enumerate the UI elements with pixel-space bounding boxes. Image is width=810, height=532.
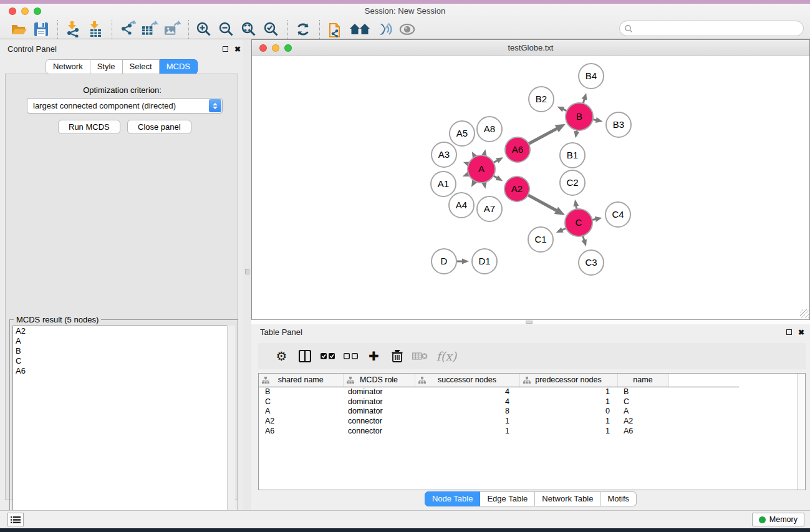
table-cell[interactable]: 1 — [519, 387, 617, 397]
table-cell[interactable]: 0 — [519, 406, 617, 416]
table-cell[interactable]: 1 — [415, 416, 519, 426]
tab-node-table[interactable]: Node Table — [425, 491, 481, 506]
table-cell[interactable]: 1 — [415, 426, 519, 436]
table-cell[interactable]: A2 — [617, 416, 668, 426]
graph-node-B4[interactable]: B4 — [579, 64, 604, 89]
splitter-grip[interactable] — [245, 269, 249, 274]
optimization-criterion-select[interactable]: largest connected component (directed) — [27, 98, 223, 114]
table-cell[interactable]: 4 — [415, 387, 519, 397]
export-network-icon[interactable] — [118, 21, 136, 38]
graph-node-A1[interactable]: A1 — [431, 172, 456, 196]
eye-icon[interactable] — [398, 21, 416, 38]
network-graph[interactable]: ABCA6A2A5A8A3A1A4A7B4B2B3B1C2C4C1C3DD1 — [252, 56, 809, 319]
float-table-panel-icon[interactable] — [786, 329, 792, 335]
table-row[interactable]: Adominator80A — [259, 406, 739, 416]
tab-style[interactable]: Style — [90, 59, 123, 74]
settings-icon[interactable]: ⚙ — [270, 347, 293, 365]
close-table-panel-icon[interactable]: ✖ — [798, 329, 804, 336]
import-table-icon[interactable] — [87, 21, 104, 38]
table-cell[interactable]: B — [259, 387, 343, 397]
graph-node-A7[interactable]: A7 — [477, 196, 502, 221]
manage-networks-icon[interactable] — [349, 21, 371, 38]
delete-columns-icon[interactable] — [385, 347, 408, 365]
node-table[interactable]: shared nameMCDS rolesuccessor nodesprede… — [259, 374, 739, 435]
table-cell[interactable]: dominator — [343, 397, 415, 407]
save-session-icon[interactable] — [32, 21, 50, 38]
network-window-titlebar[interactable]: testGlobe.txt — [252, 40, 809, 56]
search-field[interactable] — [619, 21, 804, 36]
delete-table-icon[interactable] — [408, 347, 432, 365]
result-item[interactable]: C — [13, 356, 234, 366]
tab-mcds[interactable]: MCDS — [160, 59, 198, 74]
search-input[interactable] — [633, 22, 803, 35]
graph-node-B3[interactable]: B3 — [606, 112, 631, 137]
graph-node-A[interactable]: A — [468, 155, 495, 183]
column-header-shared-name[interactable]: shared name — [259, 374, 343, 387]
memory-button[interactable]: Memory — [752, 513, 804, 526]
table-header-row[interactable]: shared nameMCDS rolesuccessor nodesprede… — [259, 374, 739, 387]
run-mcds-button[interactable]: Run MCDS — [58, 120, 120, 134]
open-session-icon[interactable] — [10, 21, 27, 38]
table-row[interactable]: A6connector11A6 — [259, 426, 739, 436]
zoom-fit-icon[interactable] — [240, 21, 258, 38]
table-cell[interactable]: 1 — [519, 416, 617, 426]
tab-select[interactable]: Select — [123, 59, 160, 74]
horizontal-splitter[interactable] — [251, 319, 810, 324]
vertical-splitter[interactable] — [243, 39, 251, 510]
deselect-all-icon[interactable] — [339, 347, 362, 365]
table-cell[interactable]: B — [617, 387, 668, 397]
graph-node-C[interactable]: C — [565, 209, 592, 236]
result-item[interactable]: A6 — [13, 366, 234, 376]
graph-node-B[interactable]: B — [566, 103, 593, 130]
tab-network-table[interactable]: Network Table — [535, 491, 600, 506]
table-cell[interactable]: connector — [343, 426, 415, 436]
graph-node-A2[interactable]: A2 — [504, 177, 529, 201]
splitter-grip[interactable] — [526, 321, 533, 324]
table-row[interactable]: A2connector11A2 — [259, 416, 739, 426]
graph-node-B1[interactable]: B1 — [560, 143, 585, 168]
graph-node-B2[interactable]: B2 — [529, 87, 554, 112]
table-cell[interactable]: dominator — [343, 406, 415, 416]
tab-network[interactable]: Network — [46, 59, 90, 74]
result-item[interactable]: A2 — [13, 326, 234, 336]
table-cell[interactable]: A — [259, 406, 343, 416]
graph-node-A8[interactable]: A8 — [477, 117, 502, 142]
table-cell[interactable]: connector — [343, 416, 415, 426]
close-panel-icon[interactable]: ✖ — [234, 46, 241, 53]
tab-edge-table[interactable]: Edge Table — [480, 491, 535, 506]
toggle-columns-icon[interactable] — [293, 347, 316, 365]
graph-node-A5[interactable]: A5 — [450, 121, 475, 146]
table-scrollbar[interactable] — [797, 374, 805, 490]
table-cell[interactable]: C — [259, 397, 343, 407]
column-header-name[interactable]: name — [617, 374, 668, 387]
refresh-icon[interactable] — [294, 21, 312, 38]
toggle-graphics-details-icon[interactable] — [376, 21, 393, 38]
close-panel-button[interactable]: Close panel — [127, 120, 191, 134]
result-item[interactable]: A — [13, 336, 234, 346]
table-cell[interactable]: A6 — [259, 426, 343, 436]
zoom-selected-icon[interactable] — [263, 21, 280, 38]
window-resize-grip[interactable] — [800, 309, 809, 318]
table-cell[interactable]: A — [617, 406, 668, 416]
result-item[interactable]: B — [13, 346, 234, 356]
table-row[interactable]: Cdominator41C — [259, 397, 739, 407]
graph-node-A4[interactable]: A4 — [449, 193, 474, 218]
table-cell[interactable]: C — [617, 397, 668, 407]
column-header-successor-nodes[interactable]: successor nodes — [415, 374, 519, 387]
graph-node-C3[interactable]: C3 — [579, 250, 604, 275]
table-cell[interactable]: dominator — [343, 387, 415, 397]
table-row[interactable]: Bdominator41B — [259, 387, 739, 397]
zoom-out-icon[interactable] — [218, 21, 235, 38]
graph-node-A6[interactable]: A6 — [505, 137, 530, 162]
table-cell[interactable]: 1 — [519, 426, 617, 436]
table-cell[interactable]: 8 — [415, 406, 519, 416]
table-cell[interactable]: A2 — [259, 416, 343, 426]
zoom-in-icon[interactable] — [195, 21, 213, 38]
select-all-icon[interactable] — [316, 347, 339, 365]
task-history-button[interactable] — [7, 513, 24, 526]
import-network-icon[interactable] — [64, 21, 82, 38]
mcds-result-list[interactable]: A2ABCA6 — [12, 326, 235, 531]
create-column-icon[interactable]: ✚ — [362, 347, 385, 365]
export-image-icon[interactable] — [163, 21, 181, 38]
table-cell[interactable]: 1 — [519, 397, 617, 407]
